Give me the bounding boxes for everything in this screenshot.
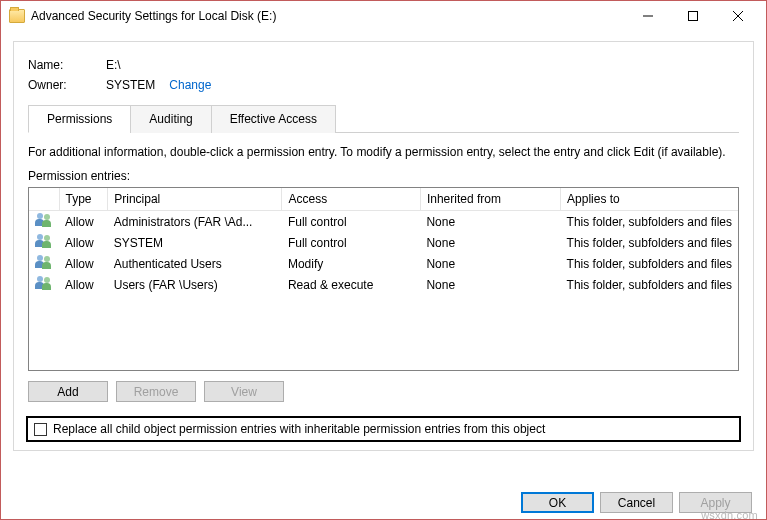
col-principal[interactable]: Principal bbox=[108, 188, 282, 211]
owner-value: SYSTEM bbox=[106, 78, 155, 92]
svg-rect-1 bbox=[688, 12, 697, 21]
principal-icon-cell bbox=[29, 274, 59, 295]
cell-type: Allow bbox=[59, 274, 108, 295]
users-icon bbox=[35, 234, 53, 248]
table-header-row: Type Principal Access Inherited from App… bbox=[29, 188, 738, 211]
tabs: Permissions Auditing Effective Access bbox=[28, 104, 739, 133]
folder-icon bbox=[9, 9, 25, 23]
entries-label: Permission entries: bbox=[28, 169, 739, 183]
table-row[interactable]: AllowSYSTEMFull controlNoneThis folder, … bbox=[29, 232, 738, 253]
cell-access: Full control bbox=[282, 232, 420, 253]
remove-button[interactable]: Remove bbox=[116, 381, 196, 402]
name-value: E:\ bbox=[106, 58, 121, 72]
window-title: Advanced Security Settings for Local Dis… bbox=[31, 9, 625, 23]
info-text: For additional information, double-click… bbox=[28, 145, 739, 159]
col-access[interactable]: Access bbox=[282, 188, 420, 211]
cell-inherited: None bbox=[420, 211, 560, 233]
principal-icon-cell bbox=[29, 211, 59, 233]
content: Name: E:\ Owner: SYSTEM Change Permissio… bbox=[1, 31, 766, 451]
owner-label: Owner: bbox=[28, 78, 106, 92]
tab-effective-access[interactable]: Effective Access bbox=[211, 105, 336, 133]
cell-principal: Authenticated Users bbox=[108, 253, 282, 274]
table-row[interactable]: AllowAuthenticated UsersModifyNoneThis f… bbox=[29, 253, 738, 274]
main-panel: Name: E:\ Owner: SYSTEM Change Permissio… bbox=[13, 41, 754, 451]
maximize-button[interactable] bbox=[670, 2, 715, 30]
cell-principal: Administrators (FAR \Ad... bbox=[108, 211, 282, 233]
replace-inheritable-row: Replace all child object permission entr… bbox=[26, 416, 741, 442]
replace-label: Replace all child object permission entr… bbox=[53, 422, 545, 436]
cell-applies: This folder, subfolders and files bbox=[561, 274, 738, 295]
cell-inherited: None bbox=[420, 232, 560, 253]
minimize-button[interactable] bbox=[625, 2, 670, 30]
add-button[interactable]: Add bbox=[28, 381, 108, 402]
cell-type: Allow bbox=[59, 232, 108, 253]
table-row[interactable]: AllowUsers (FAR \Users)Read & executeNon… bbox=[29, 274, 738, 295]
name-label: Name: bbox=[28, 58, 106, 72]
titlebar: Advanced Security Settings for Local Dis… bbox=[1, 1, 766, 31]
users-icon bbox=[35, 213, 53, 227]
cell-inherited: None bbox=[420, 253, 560, 274]
change-owner-link[interactable]: Change bbox=[169, 78, 211, 92]
principal-icon-cell bbox=[29, 232, 59, 253]
cell-principal: SYSTEM bbox=[108, 232, 282, 253]
cell-access: Modify bbox=[282, 253, 420, 274]
cell-applies: This folder, subfolders and files bbox=[561, 211, 738, 233]
users-icon bbox=[35, 255, 53, 269]
tab-permissions[interactable]: Permissions bbox=[28, 105, 131, 133]
permission-table: Type Principal Access Inherited from App… bbox=[28, 187, 739, 371]
cell-access: Full control bbox=[282, 211, 420, 233]
cell-inherited: None bbox=[420, 274, 560, 295]
col-applies[interactable]: Applies to bbox=[561, 188, 738, 211]
view-button[interactable]: View bbox=[204, 381, 284, 402]
cell-applies: This folder, subfolders and files bbox=[561, 232, 738, 253]
table-row[interactable]: AllowAdministrators (FAR \Ad...Full cont… bbox=[29, 211, 738, 233]
cancel-button[interactable]: Cancel bbox=[600, 492, 673, 513]
replace-checkbox[interactable] bbox=[34, 423, 47, 436]
cell-type: Allow bbox=[59, 253, 108, 274]
watermark: wsxdn.com bbox=[701, 509, 758, 520]
owner-row: Owner: SYSTEM Change bbox=[28, 78, 739, 92]
cell-principal: Users (FAR \Users) bbox=[108, 274, 282, 295]
tab-auditing[interactable]: Auditing bbox=[130, 105, 211, 133]
principal-icon-cell bbox=[29, 253, 59, 274]
close-button[interactable] bbox=[715, 2, 760, 30]
col-icon[interactable] bbox=[29, 188, 59, 211]
users-icon bbox=[35, 276, 53, 290]
name-row: Name: E:\ bbox=[28, 58, 739, 72]
entry-buttons: Add Remove View bbox=[28, 381, 739, 402]
ok-button[interactable]: OK bbox=[521, 492, 594, 513]
cell-type: Allow bbox=[59, 211, 108, 233]
col-type[interactable]: Type bbox=[59, 188, 108, 211]
cell-applies: This folder, subfolders and files bbox=[561, 253, 738, 274]
cell-access: Read & execute bbox=[282, 274, 420, 295]
col-inherited[interactable]: Inherited from bbox=[420, 188, 560, 211]
window-buttons bbox=[625, 2, 760, 30]
